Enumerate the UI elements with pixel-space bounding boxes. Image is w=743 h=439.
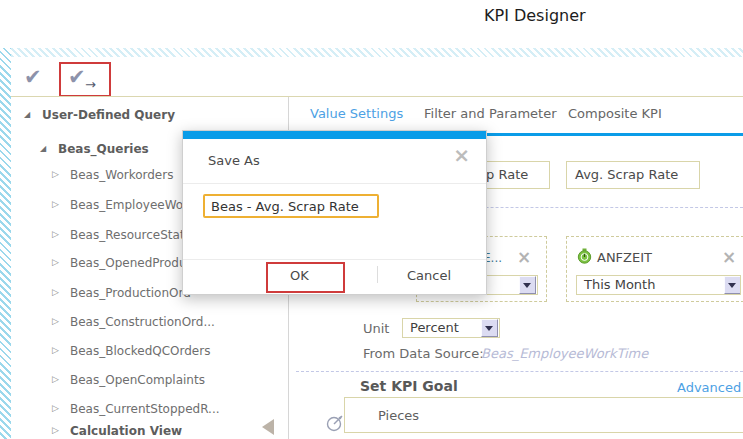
goal-value-input[interactable] — [344, 397, 743, 433]
unit-dropdown[interactable]: Percent — [402, 318, 500, 338]
collapsed-icon[interactable]: ▷ — [52, 288, 59, 297]
collapsed-icon[interactable]: ▷ — [52, 346, 59, 355]
dialog-divider — [183, 259, 486, 260]
annotation-box-toolbar — [59, 62, 111, 97]
toolbar: ✔ ✔ → — [0, 57, 743, 96]
dialog-header-bar — [183, 131, 486, 139]
collapsed-icon[interactable]: ▷ — [52, 375, 59, 384]
left-stripe-band — [0, 48, 11, 439]
tree-item-label: Beas_Queries — [58, 142, 149, 156]
tree-item-label: Beas_EmployeeWork — [70, 198, 195, 212]
filter-card-anfzeit: ANFZEIT × This Month — [566, 236, 743, 302]
tab-composite-kpi[interactable]: Composite KPI — [568, 106, 662, 121]
close-icon[interactable]: × — [722, 249, 736, 266]
dropdown-arrow-icon[interactable] — [519, 276, 536, 294]
tree-item-label: Beas_OpenedProdu — [70, 256, 187, 270]
filter-card-anfzeit-label: ANFZEIT — [597, 250, 652, 265]
collapsed-icon[interactable]: ▷ — [52, 200, 59, 209]
section-divider — [296, 371, 743, 372]
save-as-name-input[interactable] — [203, 194, 379, 218]
collapsed-icon[interactable]: ▷ — [52, 404, 59, 413]
close-icon[interactable]: × — [453, 145, 470, 165]
tree-item-label: Beas_ResourceStatu — [70, 228, 192, 242]
collapsed-icon[interactable]: ▷ — [52, 230, 59, 239]
unit-label: Unit — [363, 321, 389, 336]
tree-item-label: Beas_BlockedQCOrders — [70, 344, 210, 358]
tree-item-label: Beas_CurrentStoppedR... — [70, 402, 220, 416]
confirm-icon[interactable]: ✔ — [24, 67, 42, 88]
save-as-dialog: Save As × OK Cancel — [182, 130, 487, 295]
kpi-description-field[interactable]: Avg. Scrap Rate — [566, 161, 700, 189]
collapsed-icon[interactable]: ▷ — [52, 426, 59, 435]
tree-item-label: Beas_Workorders — [70, 168, 173, 182]
advanced-goal-link[interactable]: Advanced G — [677, 380, 743, 395]
expand-icon[interactable]: ◢ — [40, 145, 46, 153]
data-source-label: From Data Source: — [363, 346, 484, 361]
cancel-button[interactable]: Cancel — [407, 268, 451, 283]
goal-section-title: Set KPI Goal — [360, 378, 458, 394]
tree-item-label: Beas_ConstructionOrd... — [70, 315, 215, 329]
dropdown-arrow-icon[interactable] — [724, 276, 741, 294]
dialog-title: Save As — [208, 153, 260, 168]
tab-value-settings[interactable]: Value Settings — [310, 106, 403, 121]
expand-icon[interactable]: ◢ — [24, 111, 30, 119]
toolbar-divider — [11, 96, 743, 97]
dropdown-arrow-icon[interactable] — [481, 319, 498, 337]
collapse-panel-arrow[interactable] — [262, 419, 274, 435]
time-range-value: This Month — [584, 277, 655, 292]
tree-item-label: User-Defined Query — [42, 108, 175, 122]
tree-item-label: Beas_OpenComplaints — [70, 373, 205, 387]
page-title: KPI Designer — [484, 6, 586, 25]
close-icon[interactable]: × — [517, 249, 531, 266]
tree-item-label: Calculation View — [70, 424, 182, 438]
annotation-box-ok — [266, 262, 345, 293]
unit-value: Percent — [410, 320, 459, 335]
data-source-value: Beas_EmployeeWorkTime — [481, 346, 648, 361]
collapsed-icon[interactable]: ▷ — [52, 170, 59, 179]
tab-filter-and-parameter[interactable]: Filter and Parameter — [424, 106, 557, 121]
time-range-dropdown[interactable]: This Month — [576, 275, 741, 295]
kpi-designer-screen: KPI Designer ✔ ✔ → ◢ User-Defined Query … — [0, 0, 743, 439]
goal-target-icon — [325, 413, 345, 433]
collapsed-icon[interactable]: ▷ — [52, 258, 59, 267]
dialog-divider — [183, 183, 486, 184]
button-separator — [377, 266, 378, 283]
top-stripe-band — [0, 48, 743, 57]
collapsed-icon[interactable]: ▷ — [52, 317, 59, 326]
tree-item-label: Beas_ProductionOrd — [70, 286, 191, 300]
timer-icon — [577, 248, 592, 264]
